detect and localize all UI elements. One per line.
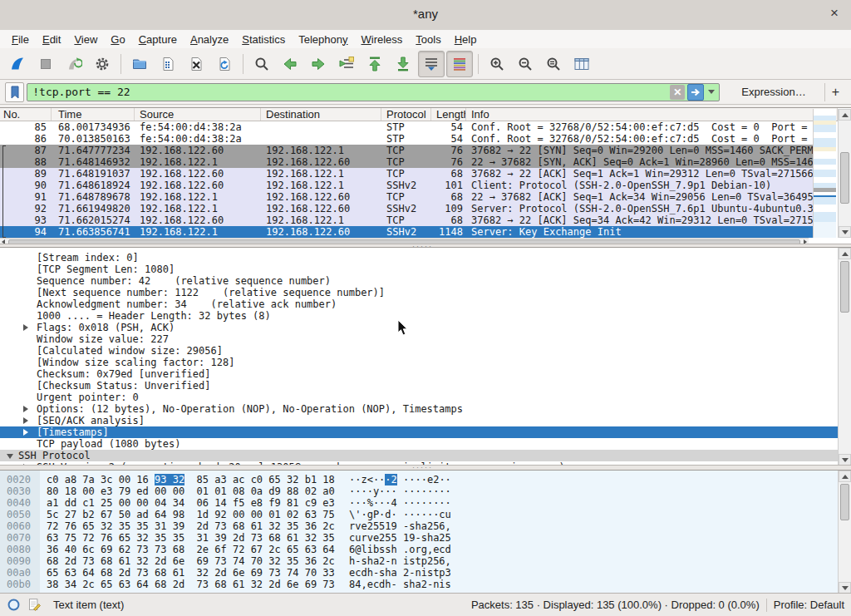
expression-link[interactable]: Expression… [741, 86, 805, 98]
colorize-button[interactable] [446, 51, 473, 77]
detail-line[interactable]: Window size value: 227 [0, 333, 838, 345]
detail-line[interactable]: SSH Protocol [0, 450, 838, 461]
scroll-up-icon[interactable] [839, 471, 851, 482]
capture-comment-button[interactable] [27, 598, 42, 612]
packet-row-87[interactable]: 8771.647777234192.168.122.60192.168.122.… [0, 145, 813, 156]
detail-line[interactable]: Options: (12 bytes), No-Operation (NOP),… [0, 403, 838, 415]
detail-line[interactable]: [Window size scaling factor: 128] [0, 357, 838, 368]
menu-file[interactable]: File [5, 32, 36, 47]
menu-analyze[interactable]: Analyze [184, 32, 235, 47]
col-header-destination[interactable]: Destination [261, 108, 381, 121]
scrollbar-thumb[interactable] [840, 261, 849, 313]
find-packet-button[interactable] [248, 51, 275, 77]
hex-row-0040[interactable]: 0040a1 dd c1 25 00 00 04 34 06 14 f5 e8 … [0, 497, 838, 509]
hex-bytes[interactable]: 65 63 64 68 2d 73 68 61 32 2d 6e 69 73 7… [47, 567, 335, 579]
start-capture-button[interactable] [4, 51, 31, 77]
packet-row-91[interactable]: 9171.648789678192.168.122.1192.168.122.6… [0, 191, 813, 203]
detail-line[interactable]: Sequence number: 42 (relative sequence n… [0, 275, 838, 287]
hex-row-00a0[interactable]: 00a065 63 64 68 2d 73 68 61 32 2d 6e 69 … [0, 567, 838, 579]
collapse-icon[interactable] [7, 454, 13, 459]
display-filter-input[interactable] [27, 85, 670, 100]
expand-icon[interactable] [23, 324, 28, 331]
detail-line[interactable]: [Stream index: 0] [0, 252, 838, 264]
detail-line[interactable]: [TCP Segment Len: 1080] [0, 264, 838, 275]
menu-help[interactable]: Help [448, 32, 484, 47]
menu-edit[interactable]: Edit [36, 32, 67, 47]
col-header-info[interactable]: Info [466, 108, 838, 121]
scroll-up-icon[interactable] [839, 109, 851, 121]
capture-options-button[interactable] [89, 51, 116, 77]
menu-view[interactable]: View [67, 32, 104, 47]
scroll-down-icon[interactable] [839, 226, 851, 238]
hex-bytes[interactable]: 5c 27 b2 67 50 ad 64 98 1d 92 00 00 01 0… [47, 509, 335, 520]
hex-bytes[interactable]: c0 a8 7a 3c 00 16 93 32 85 a3 ac c0 65 3… [47, 474, 335, 485]
scroll-up-icon[interactable] [839, 248, 851, 259]
close-file-button[interactable] [183, 51, 209, 77]
expert-info-button[interactable] [7, 598, 21, 612]
add-filter-button[interactable]: + [824, 83, 846, 101]
stop-capture-button[interactable] [32, 51, 59, 77]
reload-file-button[interactable] [211, 51, 238, 77]
scroll-down-icon[interactable] [839, 454, 851, 465]
col-header-time[interactable]: Time [52, 108, 135, 121]
col-header-no[interactable]: No. [0, 108, 52, 121]
hex-bytes[interactable]: 63 75 72 76 65 32 35 35 31 39 2d 73 68 6… [47, 532, 335, 544]
scrollbar-thumb[interactable] [840, 484, 849, 520]
go-to-packet-button[interactable] [333, 51, 360, 77]
col-header-source[interactable]: Source [135, 108, 261, 121]
hex-ascii[interactable]: h-sha2-n istp256, [349, 555, 451, 567]
bytes-vscrollbar[interactable] [838, 471, 851, 593]
detail-line[interactable]: 1000 .... = Header Length: 32 bytes (8) [0, 310, 838, 322]
detail-line[interactable]: [Next sequence number: 1122 (relative se… [0, 287, 838, 298]
col-header-length[interactable]: Length [431, 108, 466, 121]
go-last-packet-button[interactable] [390, 51, 416, 77]
hex-row-0060[interactable]: 006072 76 65 32 35 35 31 39 2d 73 68 61 … [0, 520, 838, 532]
hex-ascii[interactable]: rve25519 -sha256, [349, 520, 451, 532]
save-file-button[interactable] [155, 51, 181, 77]
menu-statistics[interactable]: Statistics [235, 32, 292, 47]
packet-row-92[interactable]: 9271.661949820192.168.122.1192.168.122.6… [0, 203, 813, 214]
intelligent-scrollbar-minimap[interactable] [813, 109, 836, 238]
details-vscrollbar[interactable] [838, 248, 851, 465]
filter-apply-icon[interactable] [687, 84, 704, 101]
hex-bytes[interactable]: 38 34 2c 65 63 64 68 2d 73 68 61 32 2d 6… [47, 579, 335, 590]
zoom-out-button[interactable] [512, 51, 539, 77]
hex-bytes[interactable]: a1 dd c1 25 00 00 04 34 06 14 f5 e8 f9 8… [47, 497, 335, 509]
hex-bytes[interactable]: 68 2d 73 68 61 32 2d 6e 69 73 74 70 32 3… [47, 555, 335, 567]
expand-icon[interactable] [23, 406, 28, 412]
detail-line[interactable]: Flags: 0x018 (PSH, ACK) [0, 322, 838, 333]
profile-status[interactable]: Profile: Default [774, 599, 844, 611]
hex-ascii[interactable]: curve255 19-sha25 [349, 532, 451, 544]
expand-icon[interactable] [23, 429, 28, 436]
hex-ascii[interactable]: 84,ecdh- sha2-nis [349, 579, 451, 590]
auto-scroll-button[interactable] [418, 51, 445, 77]
hex-row-0020[interactable]: 0020c0 a8 7a 3c 00 16 93 32 85 a3 ac c0 … [0, 474, 838, 485]
go-forward-button[interactable] [305, 51, 332, 77]
menu-go[interactable]: Go [104, 32, 131, 47]
hex-ascii[interactable]: \'·gP·d· ······cu [349, 509, 451, 520]
detail-line[interactable]: Urgent pointer: 0 [0, 392, 838, 403]
hex-row-0050[interactable]: 00505c 27 b2 67 50 ad 64 98 1d 92 00 00 … [0, 509, 838, 520]
packet-row-94[interactable]: 9471.663856741192.168.122.1192.168.122.6… [0, 226, 813, 238]
packet-row-86[interactable]: 8670.013850163fe:54:00:d4:38:2aSTP54Conf… [0, 133, 813, 145]
detail-line[interactable]: [Timestamps] [0, 426, 838, 438]
hex-bytes[interactable]: 80 18 00 e3 79 ed 00 00 01 01 08 0a d9 8… [47, 485, 335, 497]
detail-line[interactable]: Acknowledgment number: 34 (relative ack … [0, 298, 838, 310]
detail-line[interactable]: TCP payload (1080 bytes) [0, 438, 838, 450]
hex-ascii[interactable]: 6@libssh .org,ecd [349, 544, 451, 555]
packet-row-90[interactable]: 9071.648618924192.168.122.60192.168.122.… [0, 180, 813, 191]
detail-line[interactable]: [SEQ/ACK analysis] [0, 415, 838, 426]
hex-row-0030[interactable]: 003080 18 00 e3 79 ed 00 00 01 01 08 0a … [0, 485, 838, 497]
packet-row-89[interactable]: 8971.648191037192.168.122.60192.168.122.… [0, 168, 813, 180]
scrollbar-thumb[interactable] [840, 152, 849, 204]
detail-line[interactable]: [Calculated window size: 29056] [0, 345, 838, 357]
hex-ascii[interactable]: ecdh-sha 2-nistp3 [349, 567, 451, 579]
hex-ascii[interactable]: ····y··· ········ [349, 485, 451, 497]
packet-list-vscrollbar[interactable] [838, 109, 851, 238]
detail-line[interactable]: Checksum: 0x79ed [unverified] [0, 368, 838, 380]
menu-telephony[interactable]: Telephony [292, 32, 354, 47]
expand-icon[interactable] [23, 417, 28, 424]
resize-columns-button[interactable] [568, 51, 595, 77]
zoom-100-button[interactable] [540, 51, 567, 77]
hex-row-0090[interactable]: 009068 2d 73 68 61 32 2d 6e 69 73 74 70 … [0, 555, 838, 567]
